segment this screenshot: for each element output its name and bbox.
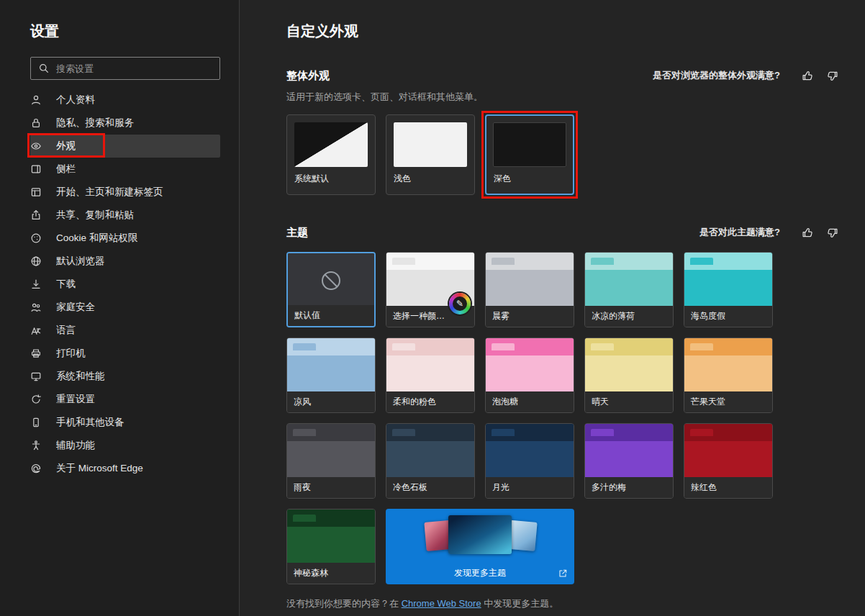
thumbs-down-icon bbox=[826, 70, 838, 82]
theme-card-soft-pink[interactable]: 柔和的粉色 bbox=[386, 338, 475, 413]
theme-card-morning-mist[interactable]: 晨雾 bbox=[485, 252, 574, 327]
sidebar-item-accessibility[interactable]: 辅助功能 bbox=[30, 434, 220, 457]
theme-card-spicy-red[interactable]: 辣红色 bbox=[684, 423, 773, 499]
theme-card-bubblegum[interactable]: 泡泡糖 bbox=[485, 338, 574, 413]
theme-label: 泡泡糖 bbox=[486, 391, 574, 412]
theme-card-mystic-forest[interactable]: 神秘森林 bbox=[286, 509, 376, 584]
theme-card-choose-color[interactable]: ✎ 选择一种颜… bbox=[386, 252, 475, 327]
theme-preview bbox=[684, 338, 772, 393]
theme-preview bbox=[585, 424, 673, 479]
theme-thumbs-down-button[interactable] bbox=[823, 224, 841, 241]
theme-label: 默认值 bbox=[288, 305, 374, 326]
sidebar-item-reset-settings[interactable]: 重置设置 bbox=[30, 388, 220, 411]
themes-footer-text: 没有找到你想要的内容？在 Chrome Web Store 中发现更多主题。 bbox=[286, 597, 841, 610]
theme-card-cool-slate[interactable]: 冷色石板 bbox=[386, 423, 475, 499]
footer-prefix: 没有找到你想要的内容？在 bbox=[286, 598, 402, 609]
sidebar-item-family-safety[interactable]: 家庭安全 bbox=[30, 296, 220, 319]
reset-icon bbox=[30, 394, 42, 405]
theme-preview bbox=[486, 338, 574, 393]
theme-tab bbox=[293, 343, 316, 350]
theme-card-sunny-day[interactable]: 晴天 bbox=[584, 338, 674, 413]
theme-tab bbox=[690, 343, 713, 350]
theme-grid: 默认值 ✎ 选择一种颜… 晨雾 冰凉的薄荷 海岛度假 bbox=[286, 252, 841, 584]
theme-card-default[interactable]: 默认值 bbox=[286, 252, 376, 327]
share-icon bbox=[30, 209, 42, 221]
sidebar-item-downloads[interactable]: 下载 bbox=[30, 273, 220, 296]
overall-option-label: 浅色 bbox=[386, 171, 474, 186]
theme-tab bbox=[293, 429, 316, 436]
overall-appearance-heading: 整体外观 bbox=[286, 69, 330, 83]
theme-thumbnails bbox=[424, 515, 536, 556]
sidebar-item-label: 系统和性能 bbox=[56, 370, 105, 383]
theme-thumbs-up-button[interactable] bbox=[799, 224, 816, 241]
sidebar-item-system-performance[interactable]: 系统和性能 bbox=[30, 365, 220, 388]
default-browser-globe-icon bbox=[30, 255, 42, 267]
thumbs-down-button[interactable] bbox=[823, 67, 841, 84]
overall-appearance-description: 适用于新的选项卡、页面、对话框和其他菜单。 bbox=[286, 91, 841, 104]
search-settings-box[interactable] bbox=[30, 57, 220, 80]
sidebar-item-share-copy-paste[interactable]: 共享、复制和粘贴 bbox=[30, 204, 220, 227]
overall-option-dark[interactable]: 深色 bbox=[485, 114, 574, 195]
sidebar-item-profile[interactable]: 个人资料 bbox=[30, 89, 220, 112]
theme-card-juicy-plum[interactable]: 多汁的梅 bbox=[584, 423, 674, 499]
theme-tab bbox=[591, 429, 614, 436]
theme-thumbnail-space bbox=[448, 515, 512, 554]
sidebar-item-label: 手机和其他设备 bbox=[56, 416, 124, 429]
sidebar-item-languages[interactable]: 语言 bbox=[30, 319, 220, 342]
theme-tab bbox=[591, 258, 614, 265]
sidebar-item-cookies-permissions[interactable]: Cookie 和网站权限 bbox=[30, 227, 220, 250]
sidebar-item-label: 共享、复制和粘贴 bbox=[56, 209, 134, 222]
theme-label: 海岛度假 bbox=[684, 306, 772, 327]
color-wheel-icon: ✎ bbox=[449, 293, 471, 314]
dark-preview bbox=[493, 122, 566, 167]
sidebar-item-privacy[interactable]: 隐私、搜索和服务 bbox=[30, 112, 220, 135]
theme-preview bbox=[287, 338, 375, 393]
accessibility-icon bbox=[30, 440, 42, 451]
system-monitor-icon bbox=[30, 371, 42, 382]
themes-heading: 主题 bbox=[286, 226, 308, 240]
theme-tab bbox=[492, 429, 515, 436]
theme-label: 雨夜 bbox=[287, 477, 375, 498]
sidebar-item-about-edge[interactable]: 关于 Microsoft Edge bbox=[30, 457, 220, 480]
chrome-web-store-link[interactable]: Chrome Web Store bbox=[402, 598, 481, 609]
sidebar-item-printers[interactable]: 打印机 bbox=[30, 342, 220, 365]
footer-suffix: 中发现更多主题。 bbox=[481, 598, 559, 609]
theme-label: 晨雾 bbox=[486, 306, 574, 327]
overall-option-system-default[interactable]: 系统默认 bbox=[286, 114, 376, 195]
overall-appearance-options: 系统默认 浅色 深色 bbox=[286, 114, 841, 195]
phone-icon bbox=[30, 417, 42, 428]
thumbs-up-icon bbox=[802, 70, 814, 82]
overall-appearance-section: 整体外观 是否对浏览器的整体外观满意? 适用于新的选项卡、页面、对话框和其他菜单… bbox=[286, 67, 841, 195]
theme-card-moonlight[interactable]: 月光 bbox=[485, 423, 574, 499]
sidebar-item-sidebar[interactable]: 侧栏 bbox=[30, 158, 220, 181]
theme-card-island-getaway[interactable]: 海岛度假 bbox=[684, 252, 773, 327]
family-safety-icon bbox=[30, 302, 42, 313]
theme-card-icy-mint[interactable]: 冰凉的薄荷 bbox=[584, 252, 674, 327]
sidebar-item-label: 下载 bbox=[56, 278, 76, 291]
sidebar-item-label: 打印机 bbox=[56, 347, 86, 360]
sidebar-item-appearance[interactable]: 外观 bbox=[30, 135, 220, 158]
cookie-icon bbox=[30, 232, 42, 244]
overall-option-light[interactable]: 浅色 bbox=[386, 114, 475, 195]
theme-feedback: 是否对此主题满意? bbox=[699, 224, 841, 241]
discover-more-themes-card[interactable]: 发现更多主题 bbox=[386, 509, 574, 584]
theme-card-cool-breeze[interactable]: 凉风 bbox=[286, 338, 376, 413]
sidebar-item-phone-devices[interactable]: 手机和其他设备 bbox=[30, 411, 220, 434]
thumbs-down-icon bbox=[826, 227, 838, 239]
theme-label: 辣红色 bbox=[684, 477, 772, 498]
theme-card-rainy-night[interactable]: 雨夜 bbox=[286, 423, 376, 499]
page-title: 自定义外观 bbox=[286, 22, 841, 41]
printer-icon bbox=[30, 348, 42, 359]
search-settings-input[interactable] bbox=[56, 63, 212, 74]
theme-preview bbox=[287, 424, 375, 479]
language-icon bbox=[30, 325, 42, 336]
sidebar-item-label: 开始、主页和新建标签页 bbox=[56, 186, 163, 199]
sidebar-item-default-browser[interactable]: 默认浏览器 bbox=[30, 250, 220, 273]
thumbs-up-button[interactable] bbox=[799, 67, 816, 84]
theme-card-mango-paradise[interactable]: 芒果天堂 bbox=[684, 338, 773, 413]
thumbs-up-icon bbox=[802, 227, 814, 239]
theme-preview bbox=[287, 509, 375, 564]
overall-option-label: 系统默认 bbox=[287, 171, 375, 186]
sidebar-item-start-home[interactable]: 开始、主页和新建标签页 bbox=[30, 181, 220, 204]
theme-label: 凉风 bbox=[287, 391, 375, 412]
